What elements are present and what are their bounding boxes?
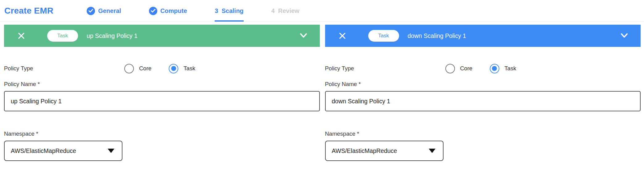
task-badge: Task	[47, 30, 78, 42]
radio-task[interactable]: Task	[169, 64, 195, 73]
policy-name-label: Policy Name *	[4, 81, 320, 88]
task-badge-label: Task	[57, 33, 68, 39]
policy-name-field: Policy Name *	[325, 81, 641, 111]
radio-task-label: Task	[505, 65, 516, 72]
scaling-policies: Task up Scaling Policy 1 Policy Type Cor…	[0, 22, 644, 161]
policy-type-row: Policy Type Core Task	[325, 64, 641, 73]
chevron-down-icon[interactable]	[299, 32, 308, 39]
namespace-selected-value: AWS/ElasticMapReduce	[332, 147, 397, 155]
radio-core-label: Core	[460, 65, 473, 72]
policy-name-input[interactable]	[4, 91, 320, 111]
policy-name-input[interactable]	[325, 91, 641, 111]
policy-name-field: Policy Name *	[4, 81, 320, 111]
namespace-select[interactable]: AWS/ElasticMapReduce	[325, 141, 444, 161]
scale-down-policy-panel: Task down Scaling Policy 1 Policy Type C…	[325, 25, 641, 161]
wizard-header: Create EMR General Compute 3 Scaling 4 R…	[0, 0, 644, 22]
step-label: Review	[278, 7, 299, 14]
scale-down-policy-header[interactable]: Task down Scaling Policy 1	[325, 25, 641, 47]
policy-type-row: Policy Type Core Task	[4, 64, 320, 73]
step-label: Scaling	[221, 7, 243, 14]
policy-header-title: down Scaling Policy 1	[408, 32, 466, 39]
namespace-label: Namespace *	[4, 130, 320, 137]
radio-unselected-icon[interactable]	[124, 64, 134, 73]
panel-body: Policy Type Core Task Policy Name *	[4, 64, 320, 161]
namespace-field: Namespace * AWS/ElasticMapReduce	[325, 130, 641, 161]
radio-core[interactable]: Core	[445, 64, 473, 73]
wizard-steps: General Compute 3 Scaling 4 Review	[87, 0, 299, 22]
check-circle-icon	[149, 7, 157, 15]
policy-name-label: Policy Name *	[325, 81, 641, 88]
step-compute[interactable]: Compute	[149, 0, 187, 22]
namespace-field: Namespace * AWS/ElasticMapReduce	[4, 130, 320, 161]
step-number: 3	[215, 7, 218, 14]
radio-task[interactable]: Task	[490, 64, 516, 73]
radio-unselected-icon[interactable]	[445, 64, 455, 73]
caret-down-icon	[429, 149, 436, 153]
radio-selected-icon[interactable]	[169, 64, 178, 73]
task-badge-label: Task	[378, 33, 389, 39]
step-label: General	[98, 7, 121, 14]
radio-task-label: Task	[184, 65, 195, 72]
policy-type-label: Policy Type	[4, 65, 33, 72]
page-title: Create EMR	[4, 6, 53, 16]
scale-up-policy-header[interactable]: Task up Scaling Policy 1	[4, 25, 320, 47]
radio-core[interactable]: Core	[124, 64, 151, 73]
check-circle-icon	[87, 7, 95, 15]
scale-up-policy-panel: Task up Scaling Policy 1 Policy Type Cor…	[4, 25, 320, 161]
namespace-label: Namespace *	[325, 130, 641, 137]
namespace-select[interactable]: AWS/ElasticMapReduce	[4, 141, 122, 161]
caret-down-icon	[108, 149, 114, 153]
namespace-selected-value: AWS/ElasticMapReduce	[11, 147, 76, 155]
close-icon[interactable]	[17, 31, 26, 40]
step-general[interactable]: General	[87, 0, 121, 22]
radio-selected-icon[interactable]	[490, 64, 499, 73]
policy-header-title: up Scaling Policy 1	[87, 32, 138, 39]
step-label: Compute	[160, 7, 187, 14]
step-review[interactable]: 4 Review	[271, 0, 299, 22]
policy-type-radio-group: Core Task	[124, 64, 195, 73]
step-scaling[interactable]: 3 Scaling	[215, 0, 243, 22]
policy-type-label: Policy Type	[325, 65, 354, 72]
chevron-down-icon[interactable]	[620, 32, 629, 39]
close-icon[interactable]	[338, 31, 347, 40]
radio-core-label: Core	[139, 65, 151, 72]
policy-type-radio-group: Core Task	[445, 64, 516, 73]
panel-body: Policy Type Core Task Policy Name *	[325, 64, 641, 161]
step-number: 4	[271, 7, 275, 14]
task-badge: Task	[368, 30, 399, 42]
